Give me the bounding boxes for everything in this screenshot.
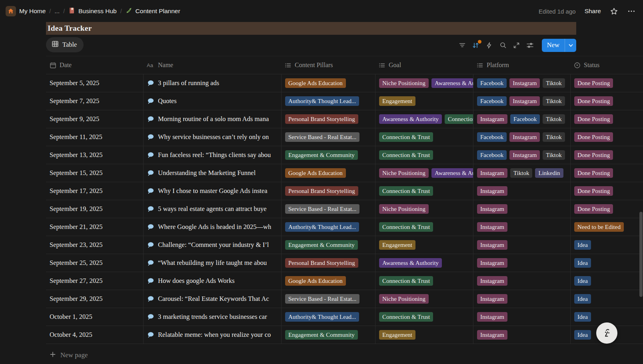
platform-cell[interactable]: Instagram xyxy=(473,326,570,344)
goal-cell[interactable]: Connection & Trust xyxy=(375,308,473,326)
name-cell[interactable]: “What rebuilding my life taught me abou xyxy=(143,254,281,272)
content-pillars-cell[interactable]: Personal Brand Storytelling xyxy=(281,110,375,128)
platform-cell[interactable]: FacebookInstagramTiktok xyxy=(473,128,570,146)
content-pillars-cell[interactable]: Google Ads Education xyxy=(281,272,375,290)
goal-cell[interactable]: Engagement xyxy=(375,92,473,110)
content-pillars-cell[interactable]: Engagement & Community xyxy=(281,146,375,164)
name-cell[interactable]: Fun faceless reel: “Things clients say a… xyxy=(143,146,281,164)
date-cell[interactable]: September 19, 2025 xyxy=(46,200,143,218)
column-header-status[interactable]: Status xyxy=(570,56,643,74)
name-cell[interactable]: 3 pillars of running ads xyxy=(143,74,281,92)
date-cell[interactable]: September 11, 2025 xyxy=(46,128,143,146)
date-cell[interactable]: September 7, 2025 xyxy=(46,92,143,110)
date-cell[interactable]: September 23, 2025 xyxy=(46,236,143,254)
breadcrumb-my-home[interactable]: My Home xyxy=(6,6,46,16)
status-cell[interactable]: Done Posting xyxy=(570,74,643,92)
breadcrumb-business-hub[interactable]: Business Hub xyxy=(68,7,117,16)
column-header-goal[interactable]: Goal xyxy=(375,56,473,74)
status-cell[interactable]: Done Posting xyxy=(570,128,643,146)
date-cell[interactable]: September 5, 2025 xyxy=(46,74,143,92)
goal-cell[interactable]: Connection & Trust xyxy=(375,272,473,290)
content-pillars-cell[interactable]: Google Ads Education xyxy=(281,164,375,182)
status-cell[interactable]: Done Posting xyxy=(570,110,643,128)
content-pillars-cell[interactable]: Service Based - Real Estat... xyxy=(281,200,375,218)
goal-cell[interactable]: Engagement xyxy=(375,236,473,254)
name-cell[interactable]: Challenge: “Comment your industry & I’l xyxy=(143,236,281,254)
date-cell[interactable]: September 13, 2025 xyxy=(46,146,143,164)
platform-cell[interactable]: FacebookInstagramTiktok xyxy=(473,74,570,92)
tab-table-view[interactable]: Table xyxy=(46,37,84,52)
content-pillars-cell[interactable]: Engagement & Community xyxy=(281,326,375,344)
goal-cell[interactable]: Niche PositioningAwareness & Authority xyxy=(375,164,473,182)
name-cell[interactable]: How does google Ads Works xyxy=(143,272,281,290)
name-cell[interactable]: Where Google Ads is headed in 2025—wh xyxy=(143,218,281,236)
platform-cell[interactable]: FacebookInstagramTiktok xyxy=(473,146,570,164)
date-cell[interactable]: September 25, 2025 xyxy=(46,254,143,272)
content-pillars-cell[interactable]: Engagement & Community xyxy=(281,236,375,254)
name-cell[interactable]: Quotes xyxy=(143,92,281,110)
goal-cell[interactable]: Connection & Trust xyxy=(375,182,473,200)
content-pillars-cell[interactable]: Personal Brand Storytelling xyxy=(281,254,375,272)
status-cell[interactable]: Done Posting xyxy=(570,182,643,200)
new-page-button[interactable]: New page xyxy=(46,344,643,364)
name-cell[interactable]: Carousel: “Real Estate Keywords That Ac xyxy=(143,290,281,308)
date-cell[interactable]: October 1, 2025 xyxy=(46,308,143,326)
view-settings-icon[interactable] xyxy=(525,40,535,50)
content-pillars-cell[interactable]: Personal Brand Storytelling xyxy=(281,182,375,200)
breadcrumb-content-planner[interactable]: Content Planner xyxy=(126,7,180,16)
platform-cell[interactable]: InstagramFacebookTiktok xyxy=(473,110,570,128)
name-cell[interactable]: 3 marketing trends service businesses ca… xyxy=(143,308,281,326)
favorite-star-icon[interactable] xyxy=(610,7,618,16)
status-cell[interactable]: Need to be Edited xyxy=(570,218,643,236)
date-cell[interactable]: September 9, 2025 xyxy=(46,110,143,128)
sort-icon[interactable] xyxy=(471,40,481,50)
goal-cell[interactable]: Connection & Trust xyxy=(375,146,473,164)
status-cell[interactable]: Done Posting xyxy=(570,92,643,110)
content-pillars-cell[interactable]: Authority& Thought Lead... xyxy=(281,92,375,110)
content-pillars-cell[interactable]: Service Based - Real Estat... xyxy=(281,128,375,146)
name-cell[interactable]: Why service businesses can’t rely only o… xyxy=(143,128,281,146)
platform-cell[interactable]: Instagram xyxy=(473,272,570,290)
goal-cell[interactable]: Connection & Trust xyxy=(375,128,473,146)
new-button[interactable]: New xyxy=(542,39,565,52)
date-cell[interactable]: September 21, 2025 xyxy=(46,218,143,236)
date-cell[interactable]: September 15, 2025 xyxy=(46,164,143,182)
status-cell[interactable]: Done Posting xyxy=(570,146,643,164)
column-header-name[interactable]: AaName xyxy=(143,56,281,74)
new-button-chevron-down-icon[interactable] xyxy=(565,39,576,52)
goal-cell[interactable]: Engagement xyxy=(375,326,473,344)
platform-cell[interactable]: Instagram xyxy=(473,182,570,200)
status-cell[interactable]: Done Posting xyxy=(570,200,643,218)
platform-cell[interactable]: Instagram xyxy=(473,254,570,272)
name-cell[interactable]: Relatable meme: when you realize your co xyxy=(143,326,281,344)
vertical-scrollbar[interactable] xyxy=(639,212,643,297)
goal-cell[interactable]: Niche Positioning xyxy=(375,200,473,218)
platform-cell[interactable]: Instagram xyxy=(473,290,570,308)
column-header-content-pillars[interactable]: Content Pillars xyxy=(281,56,375,74)
expand-icon[interactable] xyxy=(511,40,522,50)
platform-cell[interactable]: Instagram xyxy=(473,308,570,326)
date-cell[interactable]: October 4, 2025 xyxy=(46,326,143,344)
platform-cell[interactable]: InstagramTiktokLinkedin xyxy=(473,164,570,182)
date-cell[interactable]: September 17, 2025 xyxy=(46,182,143,200)
status-cell[interactable]: Idea xyxy=(570,272,643,290)
goal-cell[interactable]: Awareness & AuthorityConnection & Trust xyxy=(375,110,473,128)
date-cell[interactable]: September 29, 2025 xyxy=(46,290,143,308)
content-pillars-cell[interactable]: Google Ads Education xyxy=(281,74,375,92)
name-cell[interactable]: Why I chose to master Google Ads instea xyxy=(143,182,281,200)
goal-cell[interactable]: Awareness & Authority xyxy=(375,254,473,272)
column-header-date[interactable]: Date xyxy=(46,56,143,74)
goal-cell[interactable]: Connection & Trust xyxy=(375,218,473,236)
content-pillars-cell[interactable]: Authority& Thought Lead... xyxy=(281,218,375,236)
notion-ai-button[interactable] xyxy=(596,322,617,344)
status-cell[interactable]: Idea xyxy=(570,254,643,272)
date-cell[interactable]: September 27, 2025 xyxy=(46,272,143,290)
search-icon[interactable] xyxy=(498,40,508,50)
content-pillars-cell[interactable]: Authority& Thought Lead... xyxy=(281,308,375,326)
status-cell[interactable]: Idea xyxy=(570,236,643,254)
platform-cell[interactable]: Instagram xyxy=(473,236,570,254)
status-cell[interactable]: Idea xyxy=(570,290,643,308)
goal-cell[interactable]: Niche Positioning xyxy=(375,290,473,308)
goal-cell[interactable]: Niche PositioningAwareness & Authority xyxy=(375,74,473,92)
name-cell[interactable]: Understanding the Marketing Funnel xyxy=(143,164,281,182)
